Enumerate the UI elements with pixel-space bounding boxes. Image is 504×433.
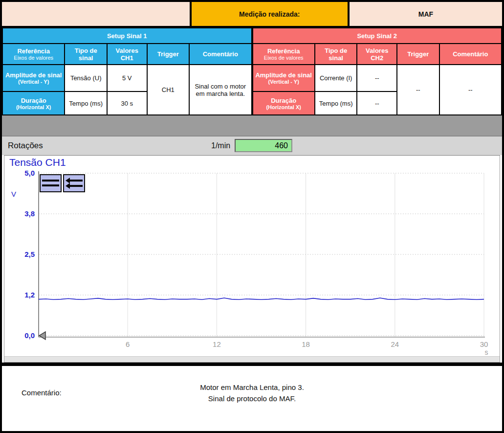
horizontal-lines-icon xyxy=(42,177,60,190)
col-header-valores-ch2: Valores CH2 xyxy=(357,44,397,65)
row-duracao-ref: Duração (Horizontal X) xyxy=(2,91,65,115)
svg-text:6: 6 xyxy=(126,340,130,348)
svg-text:5,0: 5,0 xyxy=(24,169,35,177)
col-header-trigger: Trigger xyxy=(397,44,439,65)
signal2-valor-duracao: -- xyxy=(357,91,397,115)
rotations-value-field[interactable]: 460 xyxy=(235,139,292,152)
measurement-performed-label: Medição realizada: xyxy=(190,2,350,26)
signal-trace-CH1 xyxy=(39,298,484,299)
row-duracao-ref: Duração (Horizontal X) xyxy=(253,91,315,115)
rotations-label: Rotações xyxy=(8,141,43,151)
left-arrows-icon xyxy=(65,177,83,190)
comment-section: Comentário: Motor em Marcha Lenta, pino … xyxy=(2,366,502,424)
setup-signal2-title: Setup Sinal 2 xyxy=(253,28,502,44)
signal2-tipo-amplitude: Corrente (I) xyxy=(315,65,357,91)
horizontal-cursors-button[interactable] xyxy=(40,174,62,192)
ground-level-marker-icon xyxy=(39,332,45,340)
measurement-report-window: Medição realizada: MAF Setup Sinal 1 Ref… xyxy=(0,0,504,433)
signal1-valor-amplitude: 5 V xyxy=(107,65,147,91)
col-header-referencia: Referência Eixos de valores xyxy=(2,44,65,65)
svg-text:30: 30 xyxy=(480,340,488,348)
signal2-tipo-duracao: Tempo (ms) xyxy=(315,91,357,115)
comment-text: Motor em Marcha Lenta, pino 3. Sinal de … xyxy=(2,382,502,405)
col-header-comentario: Comentário xyxy=(439,44,502,65)
col-header-comentario: Comentário xyxy=(189,44,251,65)
setup-signal1-title: Setup Sinal 1 xyxy=(2,28,252,44)
signal1-valor-duracao: 30 s xyxy=(107,91,147,115)
setup-tables: Setup Sinal 1 Referência Eixos de valore… xyxy=(2,27,502,115)
header-blank-cell xyxy=(2,2,190,26)
svg-text:0,0: 0,0 xyxy=(24,331,35,340)
row-amplitude-ref: Amplitude de sinal (Vertical - Y) xyxy=(253,65,315,91)
signal1-tipo-duracao: Tempo (ms) xyxy=(65,91,107,115)
oscilloscope-chart-panel: 5,03,82,51,20,0V612182430s Tensão CH1 xyxy=(4,155,500,363)
col-header-referencia: Referência Eixos de valores xyxy=(253,44,315,65)
svg-text:1,2: 1,2 xyxy=(24,291,35,299)
move-cursors-left-button[interactable] xyxy=(63,174,85,192)
report-header-row: Medição realizada: MAF xyxy=(2,2,502,27)
col-header-tipo-sinal: Tipo de sinal xyxy=(315,44,357,65)
scope-toolbar xyxy=(40,174,85,192)
signal2-trigger-value: -- xyxy=(397,65,439,115)
svg-text:V: V xyxy=(11,190,16,198)
svg-text:12: 12 xyxy=(213,340,221,348)
svg-text:2,5: 2,5 xyxy=(24,250,35,258)
rotations-unit: 1/min xyxy=(211,141,230,150)
svg-text:18: 18 xyxy=(302,340,310,348)
svg-text:24: 24 xyxy=(391,340,399,348)
col-header-trigger: Trigger xyxy=(147,44,190,65)
setup-signal2-table: Setup Sinal 2 Referência Eixos de valore… xyxy=(252,27,503,115)
signal1-tipo-amplitude: Tensão (U) xyxy=(65,65,107,91)
svg-text:3,8: 3,8 xyxy=(24,209,35,218)
section-divider xyxy=(2,363,502,366)
col-header-tipo-sinal: Tipo de sinal xyxy=(65,44,107,65)
signal2-comment: -- xyxy=(439,65,502,115)
measurement-value: MAF xyxy=(350,2,502,26)
chart-bottom-strip xyxy=(4,356,500,362)
chart-title: Tensão CH1 xyxy=(9,157,66,168)
signal2-valor-amplitude: -- xyxy=(357,65,397,91)
col-header-valores-ch1: Valores CH1 xyxy=(107,44,147,65)
rotations-strip: Rotações 1/min 460 xyxy=(2,137,502,155)
signal1-trigger-value: CH1 xyxy=(147,65,190,115)
setup-signal1-table: Setup Sinal 1 Referência Eixos de valore… xyxy=(2,27,252,115)
signal1-comment: Sinal com o motor em marcha lenta. xyxy=(189,65,251,115)
row-amplitude-ref: Amplitude de sinal (Vertical - Y) xyxy=(2,65,65,91)
svg-text:s: s xyxy=(485,348,488,356)
separator-bar xyxy=(2,115,502,137)
